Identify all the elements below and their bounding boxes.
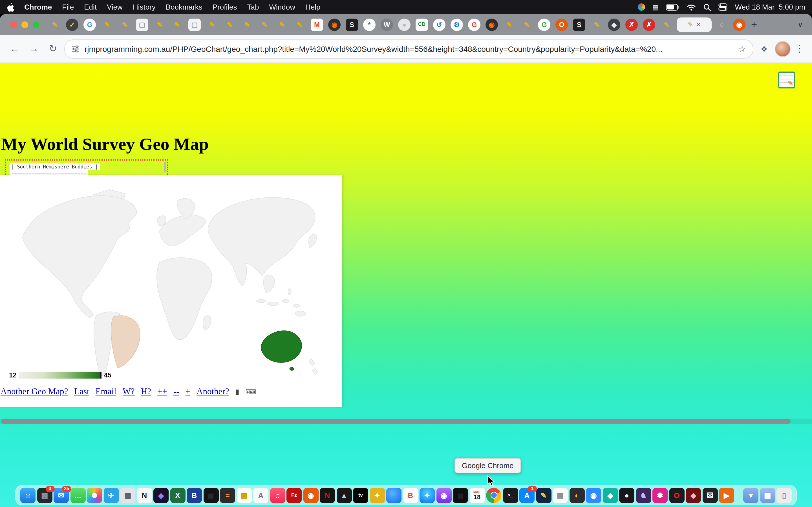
pinned-tab-history-blue[interactable]: ↺ [433, 18, 446, 31]
pinned-tab-site-pencil-13[interactable]: ✎ [520, 18, 533, 31]
dock-blue-ball-app[interactable] [386, 488, 402, 503]
link-another-geo-map[interactable]: Another Geo Map? [1, 386, 68, 397]
zoom-window-button[interactable] [33, 21, 40, 28]
menu-history[interactable]: History [133, 3, 156, 11]
menu-bookmarks[interactable]: Bookmarks [166, 3, 202, 11]
dock-chrome[interactable] [486, 488, 501, 503]
pinned-tab-gmail[interactable]: M [311, 18, 323, 31]
dock-notion[interactable]: N [137, 488, 152, 503]
dock-journal[interactable]: ✎ [536, 488, 551, 503]
menu-file[interactable]: File [62, 3, 74, 11]
dock-github[interactable]: ● [619, 488, 635, 503]
pinned-tab-site-pencil-9[interactable]: ✎ [258, 18, 271, 31]
dock-teal-app[interactable]: ◆ [603, 488, 618, 503]
dock-black-app[interactable]: ◼ [203, 488, 218, 503]
dock-terminal[interactable]: >_ [503, 488, 518, 503]
dock-opera[interactable]: O [669, 488, 684, 503]
pinned-tab-dotted-circle[interactable]: ◌ [716, 18, 728, 31]
dock-yellow-app[interactable]: ✦ [370, 488, 385, 503]
pinned-tab-dark-diamond[interactable]: ◆ [608, 18, 620, 31]
menu-view[interactable]: View [107, 3, 123, 11]
pinned-tab-blank-doc-2[interactable]: ▢ [188, 18, 201, 31]
keyboard-icon[interactable]: ⌨ [246, 388, 256, 397]
dock-pink-app[interactable]: ✽ [652, 488, 668, 503]
dock-netflix[interactable]: N [320, 488, 335, 503]
pinned-tab-gray-dot[interactable]: ● [398, 18, 410, 31]
battery-icon[interactable] [666, 4, 679, 10]
apple-menu[interactable] [7, 3, 14, 11]
link-last[interactable]: Last [74, 386, 89, 397]
active-tab[interactable]: ✎ × [677, 17, 712, 32]
dock-downloads-folder[interactable]: ▼ [743, 488, 758, 503]
menubar-clock[interactable]: Wed 18 Mar 5:00 pm [735, 3, 805, 11]
wifi-icon[interactable] [687, 4, 696, 10]
dock-textedit[interactable]: A [253, 488, 268, 503]
mini-doc-icon[interactable]: ▮ [235, 388, 239, 397]
pinned-tab-check-badge[interactable]: ✓ [66, 18, 79, 31]
dock-safari[interactable]: ✦ [419, 488, 435, 503]
pinned-tab-site-pencil-14[interactable]: ✎ [591, 18, 603, 31]
dock-trash[interactable]: ▯ [776, 488, 792, 503]
minimize-window-button[interactable] [21, 21, 28, 28]
pinned-tab-target-dark-2[interactable]: ◉ [486, 18, 498, 31]
dock-dice-app[interactable]: ⚄ [702, 488, 718, 503]
dock-notes[interactable]: ▤ [237, 488, 252, 503]
horizontal-scrollbar[interactable] [0, 418, 812, 424]
dock-orange-app[interactable]: ◉ [303, 488, 318, 503]
dock-calendar[interactable]: MAR18 [469, 488, 485, 503]
dock-telegram[interactable]: ✈ [103, 488, 119, 503]
dock-darkred-app[interactable]: ◆ [686, 488, 701, 503]
dock-documents-folder[interactable]: ▤ [760, 488, 775, 503]
dock-photos[interactable] [87, 488, 102, 503]
dock-calculator[interactable]: = [220, 488, 235, 503]
back-button[interactable]: ← [7, 41, 22, 57]
pinned-tab-gear-blue[interactable]: ⚙ [451, 18, 463, 31]
tasmania[interactable] [290, 367, 294, 371]
pinned-tab-cd-green[interactable]: CD [416, 18, 428, 31]
dock-design-app[interactable]: ◐ [569, 488, 585, 503]
pinned-tab-s-app-2[interactable]: S [573, 18, 585, 31]
pinned-tab-red-app-2[interactable]: ✗ [643, 18, 655, 31]
pinned-tab-google-1[interactable]: G [84, 18, 96, 31]
spotlight-search-icon[interactable] [703, 3, 711, 11]
site-settings-icon[interactable] [71, 45, 80, 53]
dock-dark-utility[interactable]: ▩3 [37, 488, 52, 503]
link-sym-7[interactable]: + [186, 386, 191, 397]
pinned-tab-orange-target[interactable]: ◉ [733, 18, 746, 31]
pinned-tab-site-pencil-12[interactable]: ✎ [503, 18, 515, 31]
dock-black-app-2[interactable]: ◼ [453, 488, 468, 503]
address-bar[interactable]: rjmprogramming.com.au/PHP/GeoChart/geo_c… [64, 39, 753, 58]
menu-tab[interactable]: Tab [247, 3, 259, 11]
pinned-tab-site-pencil-11[interactable]: ✎ [293, 18, 306, 31]
dock-bear[interactable]: B [403, 488, 418, 503]
close-window-button[interactable] [10, 21, 17, 28]
pinned-tab-asterisk-blue[interactable]: * [363, 18, 375, 31]
horizontal-scrollbar-thumb[interactable] [1, 419, 791, 424]
note-scroll-thumb[interactable] [164, 162, 166, 172]
profile-avatar[interactable] [775, 41, 791, 57]
pinned-tab-site-pencil-2[interactable]: ✎ [101, 18, 113, 31]
menu-edit[interactable]: Edit [84, 3, 97, 11]
pinned-tab-site-pencil-4[interactable]: ✎ [153, 18, 166, 31]
menu-window[interactable]: Window [269, 3, 296, 11]
notepad-icon[interactable]: ✎ [778, 71, 795, 89]
dock-docs-app[interactable]: ▤ [553, 488, 568, 503]
pinned-tab-red-app-1[interactable]: ✗ [625, 18, 638, 31]
dock-obsidian[interactable]: ◆ [153, 488, 168, 503]
dock-apple-tv[interactable]: tv [353, 488, 368, 503]
dock-messages[interactable]: … [70, 488, 86, 503]
pinned-tab-site-pencil-15[interactable]: ✎ [660, 18, 673, 31]
new-tab-button[interactable]: + [751, 19, 757, 30]
dock-purple-app[interactable]: ♞ [636, 488, 651, 503]
pinned-tab-site-pencil-5[interactable]: ✎ [171, 18, 183, 31]
dock-zoom[interactable]: ◉ [586, 488, 601, 503]
dock-finder[interactable]: ☺ [20, 488, 36, 503]
pinned-tab-site-pencil-7[interactable]: ✎ [223, 18, 236, 31]
menu-profiles[interactable]: Profiles [213, 3, 237, 11]
tab-search-chevron-icon[interactable]: ∨ [798, 20, 803, 29]
forward-button[interactable]: → [26, 41, 42, 57]
link-another[interactable]: Another? [197, 386, 229, 397]
pinned-tab-orange-o[interactable]: O [555, 18, 568, 31]
reload-button[interactable]: ↻ [45, 41, 61, 57]
pinned-tab-site-pencil-1[interactable]: ✎ [49, 18, 61, 31]
